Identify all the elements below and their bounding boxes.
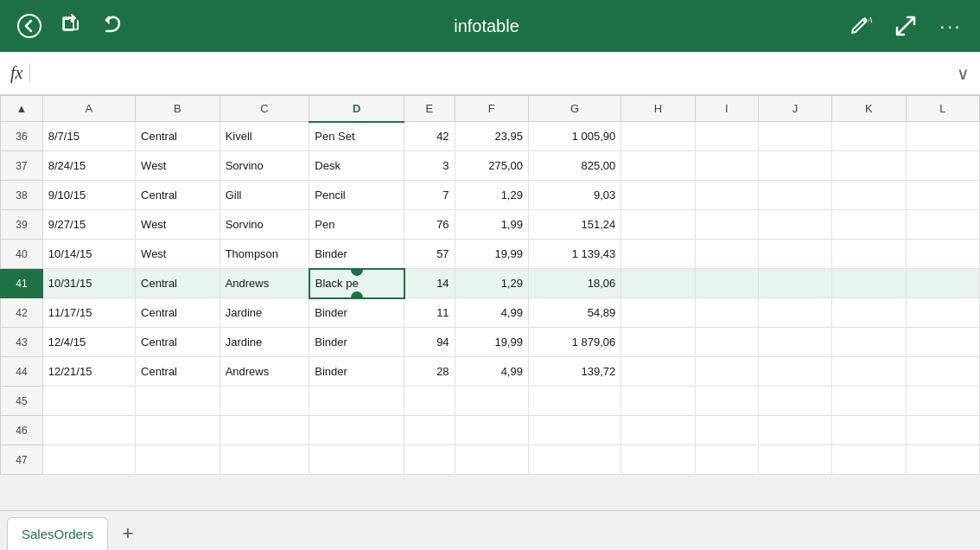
cell-region[interactable] bbox=[136, 387, 220, 416]
cell-unit-cost[interactable]: 275,00 bbox=[455, 151, 528, 181]
refresh-button[interactable] bbox=[55, 10, 86, 42]
cell-j[interactable] bbox=[758, 387, 831, 416]
cell-h[interactable] bbox=[621, 387, 695, 416]
col-header-h[interactable]: H bbox=[621, 96, 695, 122]
table-row[interactable]: 47 bbox=[1, 445, 980, 475]
table-row[interactable]: 4312/4/15CentralJardineBinder9419,991 87… bbox=[1, 328, 980, 357]
cell-item[interactable]: Binder bbox=[309, 328, 404, 357]
cell-region[interactable] bbox=[136, 445, 220, 475]
cell-units[interactable]: 57 bbox=[404, 240, 455, 269]
cell-unit-cost[interactable] bbox=[455, 387, 528, 416]
cell-j[interactable] bbox=[758, 445, 831, 475]
cell-region[interactable]: West bbox=[136, 210, 220, 240]
expand-icon[interactable] bbox=[890, 10, 921, 42]
cell-i[interactable] bbox=[695, 210, 758, 240]
table-row[interactable]: 4010/14/15WestThompsonBinder5719,991 139… bbox=[1, 240, 980, 269]
cell-h[interactable] bbox=[621, 328, 695, 357]
col-header-b[interactable]: B bbox=[136, 96, 220, 122]
cell-date[interactable] bbox=[42, 416, 135, 445]
cell-item[interactable]: Pen Set bbox=[309, 122, 404, 151]
cell-item[interactable]: Pencil bbox=[309, 181, 404, 210]
cell-i[interactable] bbox=[695, 122, 758, 151]
cell-units[interactable]: 11 bbox=[404, 298, 455, 328]
cell-total[interactable] bbox=[528, 387, 620, 416]
cell-total[interactable]: 1 879,06 bbox=[528, 328, 620, 357]
cell-date[interactable] bbox=[42, 445, 135, 475]
cell-total[interactable]: 139,72 bbox=[528, 357, 620, 387]
more-button[interactable]: ··· bbox=[935, 10, 966, 42]
cell-units[interactable] bbox=[404, 387, 455, 416]
cell-total[interactable] bbox=[528, 445, 620, 475]
col-header-e[interactable]: E bbox=[404, 96, 455, 122]
table-row[interactable]: 4211/17/15CentralJardineBinder114,9954,8… bbox=[1, 298, 980, 328]
back-button[interactable] bbox=[14, 10, 45, 42]
cell-h[interactable] bbox=[621, 416, 695, 445]
cell-total[interactable]: 9,03 bbox=[528, 181, 620, 210]
cell-units[interactable]: 94 bbox=[404, 328, 455, 357]
cell-i[interactable] bbox=[695, 240, 758, 269]
cell-h[interactable] bbox=[621, 122, 695, 151]
undo-button[interactable] bbox=[97, 10, 128, 42]
cell-item[interactable]: Black pe bbox=[309, 269, 404, 298]
table-row[interactable]: 399/27/15WestSorvinoPen761,99151,24 bbox=[1, 210, 980, 240]
cell-item[interactable] bbox=[309, 445, 404, 475]
cell-rep[interactable] bbox=[220, 387, 309, 416]
col-header-j[interactable]: J bbox=[758, 96, 831, 122]
cell-l[interactable] bbox=[906, 328, 979, 357]
cell-l[interactable] bbox=[906, 151, 979, 181]
cell-i[interactable] bbox=[695, 416, 758, 445]
cell-unit-cost[interactable]: 4,99 bbox=[455, 357, 528, 387]
cell-item[interactable]: Binder bbox=[309, 357, 404, 387]
cell-item[interactable]: Binder bbox=[309, 240, 404, 269]
cell-date[interactable]: 12/4/15 bbox=[42, 328, 135, 357]
col-header-l[interactable]: L bbox=[906, 96, 979, 122]
cell-date[interactable]: 8/24/15 bbox=[42, 151, 135, 181]
cell-i[interactable] bbox=[695, 181, 758, 210]
cell-unit-cost[interactable]: 1,29 bbox=[455, 181, 528, 210]
cell-region[interactable] bbox=[136, 416, 220, 445]
col-header-c[interactable]: C bbox=[220, 96, 309, 122]
cell-region[interactable]: Central bbox=[136, 298, 220, 328]
cell-date[interactable]: 8/7/15 bbox=[42, 122, 135, 151]
cell-date[interactable]: 9/10/15 bbox=[42, 181, 135, 210]
cell-k[interactable] bbox=[832, 357, 906, 387]
cell-i[interactable] bbox=[695, 357, 758, 387]
cell-unit-cost[interactable]: 19,99 bbox=[455, 328, 528, 357]
table-row[interactable]: 4412/21/15CentralAndrewsBinder284,99139,… bbox=[1, 357, 980, 387]
cell-j[interactable] bbox=[758, 151, 831, 181]
cell-item[interactable]: Pen bbox=[309, 210, 404, 240]
cell-date[interactable]: 10/31/15 bbox=[42, 269, 135, 298]
cell-l[interactable] bbox=[906, 122, 979, 151]
cell-units[interactable]: 28 bbox=[404, 357, 455, 387]
cell-j[interactable] bbox=[758, 181, 831, 210]
cell-h[interactable] bbox=[621, 210, 695, 240]
cell-units[interactable] bbox=[404, 445, 455, 475]
cell-i[interactable] bbox=[695, 387, 758, 416]
col-header-g[interactable]: G bbox=[528, 96, 620, 122]
cell-j[interactable] bbox=[758, 122, 831, 151]
cell-j[interactable] bbox=[758, 357, 831, 387]
cell-i[interactable] bbox=[695, 269, 758, 298]
cell-units[interactable]: 42 bbox=[404, 122, 455, 151]
cell-l[interactable] bbox=[906, 445, 979, 475]
cell-region[interactable]: West bbox=[136, 151, 220, 181]
cell-h[interactable] bbox=[621, 151, 695, 181]
cell-j[interactable] bbox=[758, 298, 831, 328]
cell-date[interactable]: 11/17/15 bbox=[42, 298, 135, 328]
cell-k[interactable] bbox=[832, 445, 906, 475]
cell-j[interactable] bbox=[758, 416, 831, 445]
cell-rep[interactable] bbox=[220, 416, 309, 445]
cell-unit-cost[interactable] bbox=[455, 445, 528, 475]
cell-item[interactable]: Desk bbox=[309, 151, 404, 181]
cell-rep[interactable]: Jardine bbox=[220, 328, 309, 357]
col-header-k[interactable]: K bbox=[832, 96, 906, 122]
cell-item[interactable] bbox=[309, 387, 404, 416]
cell-unit-cost[interactable] bbox=[455, 416, 528, 445]
col-header-i[interactable]: I bbox=[695, 96, 758, 122]
cell-l[interactable] bbox=[906, 416, 979, 445]
cell-k[interactable] bbox=[832, 151, 906, 181]
cell-unit-cost[interactable]: 4,99 bbox=[455, 298, 528, 328]
cell-k[interactable] bbox=[832, 240, 906, 269]
cell-k[interactable] bbox=[832, 387, 906, 416]
cell-rep[interactable]: Thompson bbox=[220, 240, 309, 269]
